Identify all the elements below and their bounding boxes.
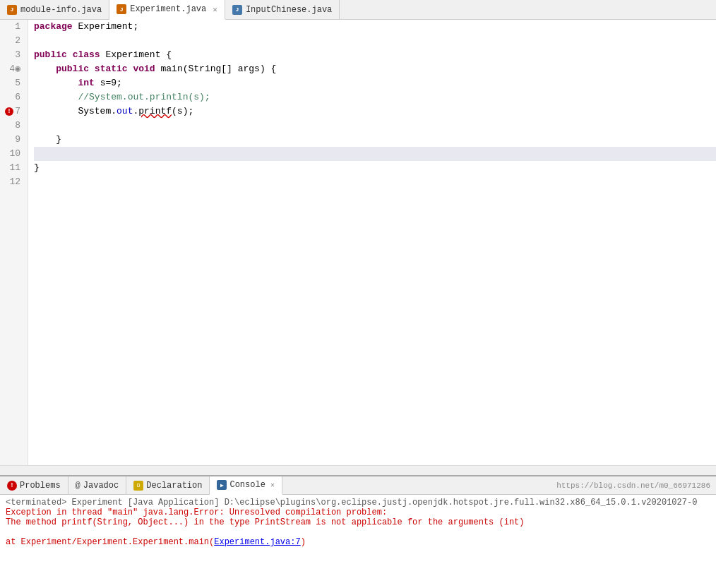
input-chinese-icon: J [232,5,242,15]
line-9: 9 [4,133,24,147]
tab-module-info-label: module-info.java [20,5,102,15]
line-12: 12 [4,175,24,189]
horizontal-scrollbar[interactable] [0,465,716,475]
javadoc-icon: @ [76,481,80,491]
console-icon: ▶ [217,480,227,490]
code-line-6: //System.out.println(s); [34,90,716,104]
console-content: <terminated> Experiment [Java Applicatio… [0,495,716,588]
bottom-tab-bar: ! Problems @ Javadoc D Declaration ▶ Con… [0,476,716,495]
code-line-12 [34,175,716,189]
line-2: 2 [4,34,24,48]
module-info-icon: J [7,5,17,15]
console-error-line2: The method printf(String, Object...) in … [6,517,710,527]
bottom-tab-javadoc-label: Javadoc [83,481,119,491]
line-8: 8 [4,119,24,133]
bottom-tab-console-close[interactable]: ✕ [270,481,275,489]
problems-icon: ! [7,481,17,491]
error-marker: ! [5,107,13,116]
line-4: 4◉ [4,62,24,76]
code-line-5: int s=9; [34,76,716,90]
csdn-link-text: https://blog.csdn.net/m0_66971286 [556,481,710,490]
code-line-8 [34,119,716,133]
line-numbers: 1 2 3 4◉ 5 6 ! 7 8 9 10 11 12 [0,20,28,465]
line-3: 3 [4,48,24,62]
tab-input-chinese[interactable]: J InputChinese.java [225,0,340,19]
bottom-panel: ! Problems @ Javadoc D Declaration ▶ Con… [0,475,716,588]
editor-area: 1 2 3 4◉ 5 6 ! 7 8 9 10 11 12 package Ex… [0,20,716,465]
line-10: 10 [4,147,24,161]
bottom-tab-problems-label: Problems [20,481,61,491]
tab-bar: J module-info.java J Experiment.java ✕ J… [0,0,716,20]
bottom-tab-console[interactable]: ▶ Console ✕ [210,476,282,495]
tab-experiment-close[interactable]: ✕ [213,5,217,14]
bottom-tab-problems[interactable]: ! Problems [0,476,68,494]
console-error-line4: at Experiment/Experiment.Experiment.main… [6,537,710,547]
bottom-tab-declaration-label: Declaration [146,481,202,491]
console-terminated-line: <terminated> Experiment [Java Applicatio… [6,498,710,508]
tab-input-chinese-label: InputChinese.java [246,5,332,15]
line-1: 1 [4,20,24,34]
code-line-7: System.out.printf(s); [34,104,716,119]
code-area[interactable]: package Experiment; public class Experim… [28,20,716,465]
code-line-9: } [34,133,716,147]
code-line-4: public static void main(String[] args) { [34,62,716,76]
declaration-icon: D [133,481,143,491]
bottom-tab-declaration[interactable]: D Declaration [126,476,210,494]
experiment-java-link[interactable]: Experiment.java:7 [214,537,300,547]
tab-module-info[interactable]: J module-info.java [0,0,109,19]
tab-experiment-label: Experiment.java [130,4,206,14]
line-5: 5 [4,76,24,90]
code-line-10 [34,147,716,161]
bottom-right-link: https://blog.csdn.net/m0_66971286 [556,476,716,494]
code-line-3: public class Experiment { [34,48,716,62]
line-7: ! 7 [4,104,24,119]
line-11: 11 [4,161,24,175]
experiment-icon: J [117,4,126,14]
line-6: 6 [4,90,24,104]
code-line-2 [34,34,716,48]
tab-experiment[interactable]: J Experiment.java ✕ [109,0,225,20]
code-line-1: package Experiment; [34,20,716,34]
code-line-11: } [34,161,716,175]
bottom-tab-javadoc[interactable]: @ Javadoc [68,476,127,494]
bottom-tab-console-label: Console [229,480,265,490]
console-error-line1: Exception in thread "main" java.lang.Err… [6,508,710,517]
console-error-spacer [6,527,710,537]
